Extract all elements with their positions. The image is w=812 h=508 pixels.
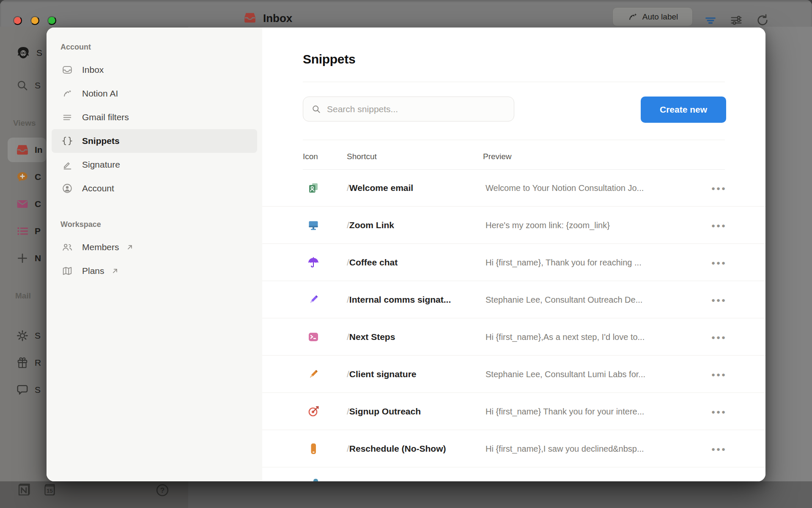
zoom-button[interactable]	[47, 16, 56, 25]
filter-icon[interactable]	[703, 13, 718, 28]
settings-nav-item[interactable]: Account	[52, 177, 257, 200]
account-settings-list: Inbox Notion AI Gmail filters	[47, 58, 262, 200]
workspace-settings-list: Members Plans	[47, 235, 262, 283]
notion-ai-icon	[62, 88, 73, 99]
shortcut-name: Internal comms signat...	[349, 295, 451, 304]
partial-next-row-icon	[313, 479, 318, 481]
external-link-icon	[126, 243, 134, 251]
umbrella-icon	[307, 257, 319, 268]
snippet-preview: Here's my zoom link: {zoom_link}	[486, 221, 610, 230]
braces-icon	[62, 135, 73, 146]
bg-gear-icon	[16, 329, 29, 342]
snippet-preview: Hi {first_name} Thank you for your inter…	[486, 407, 644, 417]
settings-nav-item[interactable]: Inbox	[52, 58, 257, 82]
notion-logo-icon[interactable]	[16, 482, 31, 497]
refresh-icon[interactable]	[755, 13, 770, 28]
settings-sidebar: Account Inbox Notion AI	[47, 28, 262, 481]
table-row[interactable]: /Zoom Link Here's my zoom link: {zoom_li…	[262, 207, 765, 244]
inbox-red-icon	[244, 11, 257, 25]
inbox-tray-icon	[62, 64, 73, 75]
snippet-search[interactable]	[303, 97, 514, 121]
bg-list-icon	[16, 225, 29, 237]
inbox-page-title: Inbox	[244, 11, 292, 25]
divider	[303, 140, 725, 140]
table-row[interactable]: /Next Steps Hi {first_name},As a next st…	[262, 318, 765, 356]
external-link-icon	[111, 267, 119, 275]
workspace-name-partial: S	[36, 48, 42, 58]
panel-title: Snippets	[303, 52, 355, 66]
pen-violet-icon	[307, 294, 319, 306]
table-row[interactable]: /Client signature Stephanie Lee, Consult…	[262, 356, 765, 393]
auto-label-text: Auto label	[642, 12, 678, 22]
more-options-button[interactable]: ●●●	[707, 442, 731, 456]
search-input[interactable]	[327, 104, 505, 114]
shortcut-name: Reschedule (No-Show)	[349, 444, 446, 453]
book-icon	[307, 443, 319, 455]
table-row[interactable]: /Coffee chat Hi {first_name}, Thank you …	[262, 244, 765, 281]
signature-icon	[62, 159, 73, 170]
column-header-shortcut: Shortcut	[347, 152, 377, 161]
calendar-icon[interactable]: 15	[42, 482, 58, 497]
search-label-partial: S	[35, 80, 41, 91]
table-row[interactable]: /Reschedule (No-Show) Hi {first_name},I …	[262, 430, 765, 467]
bg-plus-icon	[16, 252, 29, 265]
settings-nav-item[interactable]: Notion AI	[52, 82, 257, 105]
bg-inbox-icon	[16, 144, 29, 156]
minimize-button[interactable]	[30, 16, 39, 25]
ai-face-icon	[627, 11, 638, 22]
views-section-label: Views	[13, 119, 36, 128]
bg-chat-icon	[16, 171, 29, 183]
snippet-preview: Stephanie Lee, Consultant Lumi Labs for.…	[486, 370, 645, 379]
section-label-workspace: Workspace	[60, 220, 101, 229]
snippets-table: /Welcome email Welcome to Your Notion Co…	[262, 169, 765, 467]
settings-nav-item[interactable]: Signature	[52, 153, 257, 177]
page-title: Inbox	[263, 12, 292, 25]
auto-label-button[interactable]: Auto label	[612, 7, 693, 26]
table-row[interactable]: /Welcome email Welcome to Your Notion Co…	[262, 169, 765, 207]
help-icon[interactable]: ?	[155, 483, 170, 498]
modal-bottom-shadow	[0, 481, 812, 508]
monitor-icon	[307, 219, 319, 231]
terminal-icon	[307, 331, 319, 343]
shortcut-name: Client signature	[349, 369, 417, 379]
more-options-button[interactable]: ●●●	[707, 256, 731, 269]
settings-nav-item[interactable]: Gmail filters	[52, 105, 257, 129]
snippet-preview: Hi {first_name},As a next step, I'd love…	[486, 332, 645, 342]
snippet-preview: Hi {first_name},I saw you declined&nbsp.…	[486, 444, 644, 454]
bg-envelope-icon	[16, 198, 29, 210]
more-options-button[interactable]: ●●●	[707, 405, 731, 418]
avatar	[16, 46, 30, 60]
section-label-account: Account	[60, 43, 91, 52]
more-options-button[interactable]: ●●●	[707, 367, 731, 381]
settings-nav-item[interactable]: Snippets	[52, 129, 257, 153]
create-new-button[interactable]: Create new	[641, 97, 726, 123]
table-row[interactable]: /Internal comms signat... Stephanie Lee,…	[262, 281, 765, 318]
bg-speech-icon	[16, 384, 29, 396]
person-circle-icon	[62, 183, 73, 194]
shortcut-name: Zoom Link	[349, 220, 394, 230]
more-options-button[interactable]: ●●●	[707, 218, 731, 232]
column-header-preview: Preview	[483, 152, 512, 161]
more-options-button[interactable]: ●●●	[707, 330, 731, 344]
table-row[interactable]: /Signup Outreach Hi {first_name} Thank y…	[262, 393, 765, 430]
more-options-button[interactable]: ●●●	[707, 293, 731, 306]
settings-nav-item[interactable]: Plans	[52, 259, 257, 283]
filter-lines-icon	[62, 112, 73, 123]
members-icon	[62, 242, 73, 253]
pencil-orange-icon	[307, 368, 319, 380]
more-options-button[interactable]: ●●●	[707, 181, 731, 195]
settings-modal: Account Inbox Notion AI	[47, 28, 765, 481]
search-icon	[311, 104, 321, 114]
sliders-icon[interactable]	[729, 13, 743, 28]
close-button[interactable]	[13, 16, 22, 25]
snippet-preview: Welcome to Your Notion Consultation Jo..…	[486, 183, 644, 193]
shortcut-name: Coffee chat	[349, 257, 398, 267]
snippet-preview: Hi {first_name}, Thank you for reaching …	[486, 258, 642, 268]
settings-nav-item[interactable]: Members	[52, 235, 257, 259]
search-icon	[16, 79, 29, 92]
svg-text:15: 15	[47, 488, 53, 494]
divider	[303, 82, 725, 82]
shortcut-name: Signup Outreach	[349, 406, 421, 416]
column-header-icon: Icon	[303, 152, 318, 161]
snippet-preview: Stephanie Lee, Consultant Outreach De...	[486, 295, 642, 305]
